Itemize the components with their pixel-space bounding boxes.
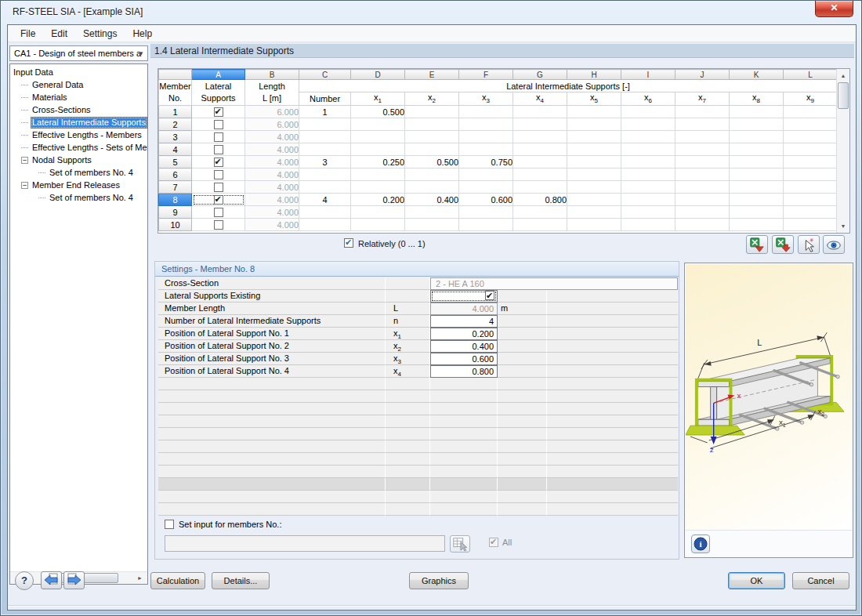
x9-cell[interactable]	[784, 181, 838, 194]
scroll-right-icon[interactable]: ►	[134, 573, 146, 584]
tree-item[interactable]: −Nodal Supports	[10, 154, 147, 166]
x5-cell[interactable]	[567, 131, 621, 143]
x8-cell[interactable]	[730, 206, 784, 219]
x2-cell[interactable]	[405, 181, 459, 194]
scroll-up-icon[interactable]: ▲	[838, 70, 849, 82]
x1-cell[interactable]	[351, 181, 405, 194]
lateral-supports-checkbox-cell[interactable]	[192, 181, 245, 194]
scroll-down-icon[interactable]: ▼	[838, 220, 849, 232]
row-header[interactable]: 10	[159, 219, 192, 231]
x8-cell[interactable]	[730, 106, 784, 118]
lateral-supports-checkbox[interactable]	[214, 145, 223, 154]
row-header[interactable]: 9	[159, 206, 192, 219]
x6-cell[interactable]	[621, 118, 675, 131]
x8-cell[interactable]	[730, 156, 784, 168]
x3-cell[interactable]	[459, 181, 513, 194]
x3-cell[interactable]	[459, 219, 513, 231]
number-cell[interactable]: 3	[299, 156, 351, 168]
calculation-button[interactable]: Calculation	[150, 572, 205, 589]
x7-cell[interactable]	[675, 194, 730, 206]
close-button[interactable]: ✕	[815, 1, 853, 17]
lateral-supports-checkbox[interactable]	[214, 220, 223, 230]
x4-cell[interactable]	[513, 168, 567, 181]
lateral-supports-checkbox[interactable]	[214, 158, 223, 167]
design-case-select[interactable]: CA1 - Design of steel members a ▼	[9, 45, 148, 61]
x6-cell[interactable]	[621, 168, 675, 181]
lateral-supports-checkbox[interactable]	[214, 183, 223, 192]
x2-cell[interactable]	[405, 106, 459, 118]
row-header[interactable]: 5	[159, 156, 192, 168]
x1-cell[interactable]	[351, 168, 405, 181]
x1-cell[interactable]: 0.250	[351, 156, 405, 168]
number-cell[interactable]: 1	[299, 106, 351, 118]
x5-cell[interactable]	[567, 168, 621, 181]
column-letter-A[interactable]: A	[192, 70, 245, 80]
menu-help[interactable]: Help	[125, 27, 160, 41]
x9-cell[interactable]	[784, 206, 838, 219]
x7-cell[interactable]	[675, 106, 730, 118]
x2-cell[interactable]: 0.400	[405, 194, 459, 206]
x7-cell[interactable]	[675, 206, 730, 219]
members-number-input[interactable]	[165, 535, 445, 552]
lateral-supports-existing-checkbox[interactable]	[485, 291, 494, 300]
menu-edit[interactable]: Edit	[43, 27, 75, 41]
x3-cell[interactable]	[459, 206, 513, 219]
x4-cell[interactable]	[513, 156, 567, 168]
x9-cell[interactable]	[784, 194, 838, 206]
x8-cell[interactable]	[730, 118, 784, 131]
tree-item[interactable]: Effective Lengths - Sets of Men	[10, 141, 147, 154]
x5-cell[interactable]	[567, 181, 621, 194]
x1-cell[interactable]	[351, 206, 405, 219]
x2-cell[interactable]	[405, 131, 459, 143]
x4-cell[interactable]	[513, 206, 567, 219]
tree-item[interactable]: Set of members No. 4	[10, 191, 147, 204]
info-button[interactable]: i	[691, 534, 710, 553]
settings-value[interactable]: 0.400	[430, 340, 498, 353]
settings-value[interactable]: 4	[430, 315, 498, 328]
x6-cell[interactable]	[621, 131, 675, 143]
number-cell[interactable]: 4	[299, 194, 351, 206]
x6-cell[interactable]	[621, 143, 675, 156]
settings-value[interactable]: 0.200	[430, 328, 498, 340]
lateral-supports-checkbox-cell[interactable]	[192, 106, 245, 118]
menu-file[interactable]: File	[13, 27, 43, 41]
x5-cell[interactable]	[567, 206, 621, 219]
x2-cell[interactable]	[405, 168, 459, 181]
x8-cell[interactable]	[730, 219, 784, 231]
number-cell[interactable]	[299, 181, 351, 194]
x3-cell[interactable]: 0.750	[459, 156, 513, 168]
x1-cell[interactable]	[351, 143, 405, 156]
x2-cell[interactable]	[405, 206, 459, 219]
x7-cell[interactable]	[675, 181, 730, 194]
relatively-checkbox[interactable]	[344, 238, 353, 248]
x5-cell[interactable]	[567, 156, 621, 168]
x3-cell[interactable]	[459, 118, 513, 131]
x5-cell[interactable]	[567, 194, 621, 206]
column-letter-H[interactable]: H	[567, 70, 621, 80]
cancel-button[interactable]: Cancel	[792, 572, 849, 589]
table-vertical-scrollbar[interactable]: ▲ ▼	[836, 69, 849, 233]
x1-cell[interactable]: 0.200	[351, 194, 405, 206]
x2-cell[interactable]	[405, 219, 459, 231]
lateral-supports-checkbox[interactable]	[214, 195, 223, 205]
x5-cell[interactable]	[567, 143, 621, 156]
x9-cell[interactable]	[784, 219, 838, 231]
scrollbar-thumb[interactable]	[838, 82, 849, 109]
lateral-supports-checkbox-cell[interactable]	[192, 131, 245, 143]
x6-cell[interactable]	[621, 206, 675, 219]
x2-cell[interactable]: 0.500	[405, 156, 459, 168]
tree-item[interactable]: Cross-Sections	[10, 103, 147, 116]
x4-cell[interactable]	[513, 143, 567, 156]
x5-cell[interactable]	[567, 106, 621, 118]
x6-cell[interactable]	[621, 219, 675, 231]
column-letter-D[interactable]: D	[351, 70, 405, 80]
set-input-checkbox[interactable]	[165, 520, 174, 529]
details-button[interactable]: Details...	[212, 572, 270, 589]
previous-window-button[interactable]	[41, 571, 62, 589]
x9-cell[interactable]	[784, 118, 838, 131]
settings-value[interactable]: 0.800	[430, 365, 498, 378]
table-corner[interactable]	[159, 70, 192, 80]
x7-cell[interactable]	[675, 143, 730, 156]
collapse-icon[interactable]: −	[21, 157, 28, 164]
tree-item[interactable]: General Data	[10, 78, 147, 91]
